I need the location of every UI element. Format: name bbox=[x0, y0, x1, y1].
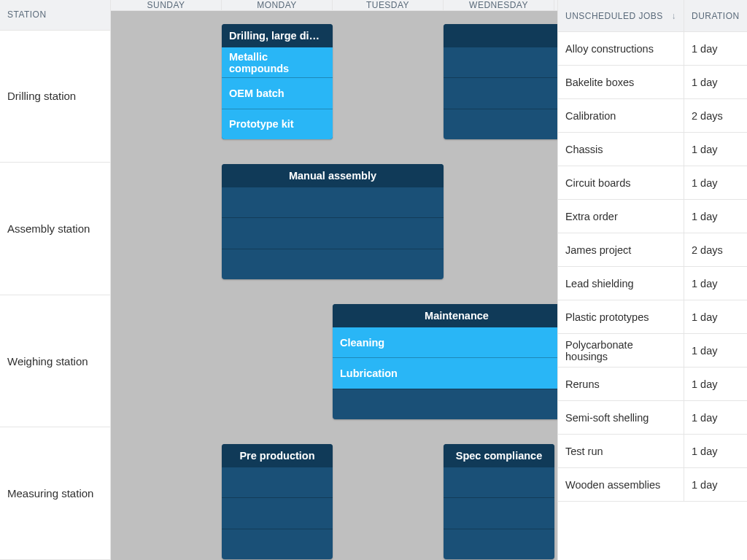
calendar-row[interactable]: Manual assembly bbox=[111, 151, 557, 291]
station-header[interactable]: Station bbox=[0, 0, 110, 31]
calendar-row[interactable]: Drilling, large dimensi… Metallic compou… bbox=[111, 11, 557, 151]
duration-header[interactable]: Duration bbox=[684, 0, 747, 31]
unscheduled-job-name: Polycarbonate housings bbox=[558, 334, 684, 367]
unscheduled-job-duration: 1 day bbox=[684, 267, 747, 300]
unscheduled-job-duration: 1 day bbox=[684, 133, 747, 166]
job-card-drilling-large[interactable]: Drilling, large dimensi… Metallic compou… bbox=[222, 24, 333, 139]
unscheduled-job-duration: 1 day bbox=[684, 200, 747, 233]
day-header-tuesday[interactable]: Tuesday bbox=[333, 0, 444, 10]
unscheduled-job-name: Calibration bbox=[558, 99, 684, 132]
station-row: Measuring station bbox=[0, 427, 110, 560]
unscheduled-job-name: Test run bbox=[558, 435, 684, 467]
unscheduled-job-name: Wooden assemblies bbox=[558, 468, 684, 501]
calendar-row[interactable]: Pre production Spec compliance bbox=[111, 431, 557, 560]
card-slot[interactable] bbox=[444, 47, 557, 77]
card-slot[interactable]: Prototype kit bbox=[222, 109, 333, 139]
unscheduled-job-duration: 1 day bbox=[684, 300, 747, 333]
unscheduled-job-name: Plastic prototypes bbox=[558, 300, 684, 333]
unscheduled-row[interactable]: Calibration2 days bbox=[558, 99, 747, 133]
unscheduled-job-name: Reruns bbox=[558, 368, 684, 400]
card-title: Manual assembly bbox=[222, 164, 444, 187]
card-slot[interactable] bbox=[444, 77, 557, 108]
card-slot[interactable] bbox=[444, 497, 554, 528]
unscheduled-job-name: Extra order bbox=[558, 200, 684, 233]
card-title: Pre production bbox=[222, 444, 333, 467]
unscheduled-jobs-header[interactable]: Unscheduled Jobs ↓ bbox=[558, 0, 684, 31]
card-slot[interactable]: Lubrication bbox=[333, 357, 557, 388]
card-slot[interactable]: OEM batch bbox=[222, 77, 333, 108]
unscheduled-label: Unscheduled Jobs bbox=[565, 11, 663, 21]
card-title: Drilling, large dimensi… bbox=[222, 24, 333, 47]
job-card-pre-production[interactable]: Pre production bbox=[222, 444, 333, 559]
unscheduled-job-name: Bakelite boxes bbox=[558, 66, 684, 98]
job-card-spec-compliance[interactable]: Spec compliance bbox=[444, 444, 554, 559]
card-slot[interactable] bbox=[222, 249, 444, 279]
unscheduled-job-duration: 1 day bbox=[684, 401, 747, 434]
job-card-drilling-small[interactable]: Drilling, smal bbox=[444, 24, 557, 139]
unscheduled-job-duration: 1 day bbox=[684, 435, 747, 467]
card-slot[interactable] bbox=[444, 467, 554, 497]
job-card-manual-assembly[interactable]: Manual assembly bbox=[222, 164, 444, 279]
unscheduled-row[interactable]: Chassis1 day bbox=[558, 133, 747, 166]
calendar-header: Sunday Monday Tuesday Wednesday bbox=[111, 0, 557, 11]
unscheduled-row[interactable]: Extra order1 day bbox=[558, 200, 747, 233]
stations-column: Station Drilling station Assembly statio… bbox=[0, 0, 111, 560]
card-title: Spec compliance bbox=[444, 444, 554, 467]
unscheduled-job-duration: 2 days bbox=[684, 233, 747, 266]
calendar-body[interactable]: Drilling, large dimensi… Metallic compou… bbox=[111, 11, 557, 560]
job-card-maintenance[interactable]: Maintenance Cleaning Lubrication bbox=[333, 304, 557, 419]
unscheduled-job-name: James project bbox=[558, 233, 684, 266]
card-slot[interactable] bbox=[222, 217, 444, 248]
card-slot[interactable] bbox=[444, 109, 557, 139]
unscheduled-job-duration: 1 day bbox=[684, 66, 747, 98]
unscheduled-job-name: Circuit boards bbox=[558, 166, 684, 199]
unscheduled-sidebar: Unscheduled Jobs ↓ Duration Alloy constr… bbox=[557, 0, 747, 560]
card-slot[interactable]: Cleaning bbox=[333, 327, 557, 357]
unscheduled-row[interactable]: Circuit boards1 day bbox=[558, 166, 747, 200]
sidebar-header: Unscheduled Jobs ↓ Duration bbox=[558, 0, 747, 32]
unscheduled-row[interactable]: James project2 days bbox=[558, 233, 747, 267]
unscheduled-row[interactable]: Plastic prototypes1 day bbox=[558, 300, 747, 334]
unscheduled-row[interactable]: Polycarbonate housings1 day bbox=[558, 334, 747, 368]
unscheduled-row[interactable]: Wooden assemblies1 day bbox=[558, 468, 747, 502]
calendar-grid[interactable]: Sunday Monday Tuesday Wednesday Drilling… bbox=[111, 0, 557, 560]
card-slot[interactable] bbox=[222, 529, 333, 559]
station-row: Weighing station bbox=[0, 295, 110, 428]
card-slot[interactable]: Metallic compounds bbox=[222, 47, 333, 77]
unscheduled-job-name: Semi-soft shelling bbox=[558, 401, 684, 434]
card-slot[interactable] bbox=[222, 187, 444, 217]
unscheduled-job-duration: 1 day bbox=[684, 334, 747, 367]
unscheduled-row[interactable]: Semi-soft shelling1 day bbox=[558, 401, 747, 435]
day-header-sunday[interactable]: Sunday bbox=[111, 0, 222, 10]
card-title: Maintenance bbox=[333, 304, 557, 327]
calendar-row[interactable]: Maintenance Cleaning Lubrication bbox=[111, 291, 557, 431]
unscheduled-job-name: Alloy constructions bbox=[558, 32, 684, 65]
day-header-monday[interactable]: Monday bbox=[222, 0, 333, 10]
card-slot[interactable] bbox=[222, 497, 333, 528]
unscheduled-job-name: Chassis bbox=[558, 133, 684, 166]
unscheduled-job-duration: 1 day bbox=[684, 32, 747, 65]
unscheduled-row[interactable]: Lead shielding1 day bbox=[558, 267, 747, 300]
unscheduled-list: Alloy constructions1 dayBakelite boxes1 … bbox=[558, 32, 747, 560]
station-row: Drilling station bbox=[0, 31, 110, 163]
day-header-wednesday[interactable]: Wednesday bbox=[444, 0, 554, 10]
card-title: Drilling, smal bbox=[444, 24, 557, 47]
unscheduled-row[interactable]: Reruns1 day bbox=[558, 368, 747, 401]
unscheduled-job-duration: 1 day bbox=[684, 468, 747, 501]
card-slot[interactable] bbox=[222, 467, 333, 497]
unscheduled-row[interactable]: Alloy constructions1 day bbox=[558, 32, 747, 66]
station-row: Assembly station bbox=[0, 163, 110, 295]
card-slot[interactable] bbox=[333, 389, 557, 419]
sort-arrow-down-icon[interactable]: ↓ bbox=[672, 11, 676, 21]
unscheduled-row[interactable]: Bakelite boxes1 day bbox=[558, 66, 747, 99]
unscheduled-row[interactable]: Test run1 day bbox=[558, 435, 747, 468]
unscheduled-job-name: Lead shielding bbox=[558, 267, 684, 300]
unscheduled-job-duration: 2 days bbox=[684, 99, 747, 132]
unscheduled-job-duration: 1 day bbox=[684, 166, 747, 199]
card-slot[interactable] bbox=[444, 529, 554, 559]
unscheduled-job-duration: 1 day bbox=[684, 368, 747, 400]
